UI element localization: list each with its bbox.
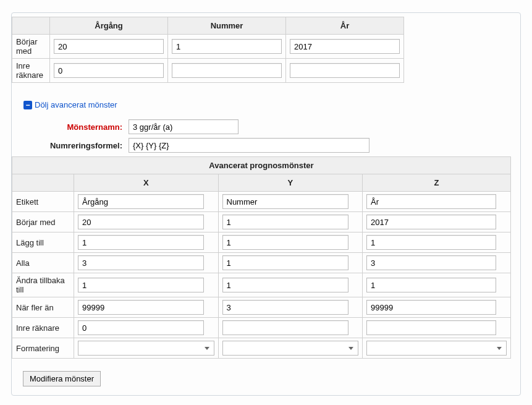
- top-header-argang: Årgång: [50, 17, 168, 35]
- pattern-name-label: Mönsternamn:: [23, 122, 129, 132]
- adv-inner-counter-z-input[interactable]: [366, 320, 496, 335]
- top-row-begins-with-label: Börjar med: [12, 35, 50, 59]
- adv-formatting-y-select[interactable]: [222, 341, 359, 356]
- adv-when-more-y-input[interactable]: [222, 300, 348, 315]
- adv-header-corner: [12, 174, 74, 192]
- adv-row-label-label: Etikett: [12, 192, 74, 212]
- adv-begins-with-y-input[interactable]: [222, 215, 348, 229]
- adv-row-add-label: Lägg till: [12, 232, 74, 253]
- adv-formatting-x-select[interactable]: [78, 341, 214, 356]
- advanced-table-caption: Avancerat prognosmönster: [12, 157, 511, 174]
- toggle-advanced-label: Dölj avancerat mönster: [35, 100, 117, 109]
- adv-row-formatting-label: Formatering: [12, 338, 74, 359]
- adv-add-z-input[interactable]: [366, 235, 496, 250]
- adv-when-more-z-input[interactable]: [366, 300, 496, 315]
- adv-add-y-input[interactable]: [222, 235, 348, 250]
- adv-label-y-input[interactable]: [222, 194, 348, 209]
- adv-row-when-more-label: När fler än: [12, 297, 74, 318]
- top-table-corner: [12, 17, 50, 35]
- pattern-name-input[interactable]: [129, 119, 239, 134]
- toggle-advanced-link[interactable]: − Dölj avancerat mönster: [23, 100, 117, 109]
- adv-row-all-label: Alla: [12, 253, 74, 273]
- top-header-ar: År: [286, 17, 404, 35]
- formula-input[interactable]: [129, 138, 369, 153]
- adv-row-begins-with-label: Börjar med: [12, 212, 74, 232]
- adv-header-z: Z: [363, 174, 511, 192]
- minus-icon: −: [23, 101, 32, 109]
- top-row-inner-counter-label: Inre räknare: [12, 59, 50, 83]
- modify-pattern-button[interactable]: Modifiera mönster: [23, 371, 101, 386]
- adv-begins-with-z-input[interactable]: [366, 215, 496, 229]
- adv-inner-counter-x-input[interactable]: [78, 320, 204, 335]
- top-table: Årgång Nummer År Börjar med Inre räknare: [12, 17, 404, 83]
- top-header-nummer: Nummer: [168, 17, 286, 35]
- advanced-table: Avancerat prognosmönster X Y Z Etikett B…: [12, 156, 511, 359]
- adv-label-x-input[interactable]: [78, 194, 204, 209]
- adv-header-y: Y: [218, 174, 363, 192]
- top-inner-counter-argang-input[interactable]: [54, 63, 164, 78]
- adv-row-inner-counter-label: Inre räknare: [12, 318, 74, 338]
- adv-reset-x-input[interactable]: [78, 278, 204, 292]
- adv-begins-with-x-input[interactable]: [78, 215, 204, 229]
- adv-formatting-z-select[interactable]: [366, 341, 507, 356]
- adv-all-z-input[interactable]: [366, 255, 496, 270]
- adv-add-x-input[interactable]: [78, 235, 204, 250]
- adv-all-x-input[interactable]: [78, 255, 204, 270]
- top-begins-with-nummer-input[interactable]: [172, 39, 282, 54]
- top-inner-counter-nummer-input[interactable]: [172, 63, 282, 78]
- adv-reset-y-input[interactable]: [222, 278, 348, 292]
- adv-row-reset-label: Ändra tillbaka till: [12, 273, 74, 297]
- top-begins-with-ar-input[interactable]: [290, 39, 400, 54]
- adv-header-x: X: [74, 174, 219, 192]
- adv-reset-z-input[interactable]: [366, 278, 496, 292]
- adv-all-y-input[interactable]: [222, 255, 348, 270]
- adv-when-more-x-input[interactable]: [78, 300, 204, 315]
- top-inner-counter-ar-input[interactable]: [290, 63, 400, 78]
- adv-inner-counter-y-input[interactable]: [222, 320, 348, 335]
- adv-label-z-input[interactable]: [366, 194, 496, 209]
- formula-label: Numreringsformel:: [23, 141, 129, 150]
- top-begins-with-argang-input[interactable]: [54, 39, 164, 54]
